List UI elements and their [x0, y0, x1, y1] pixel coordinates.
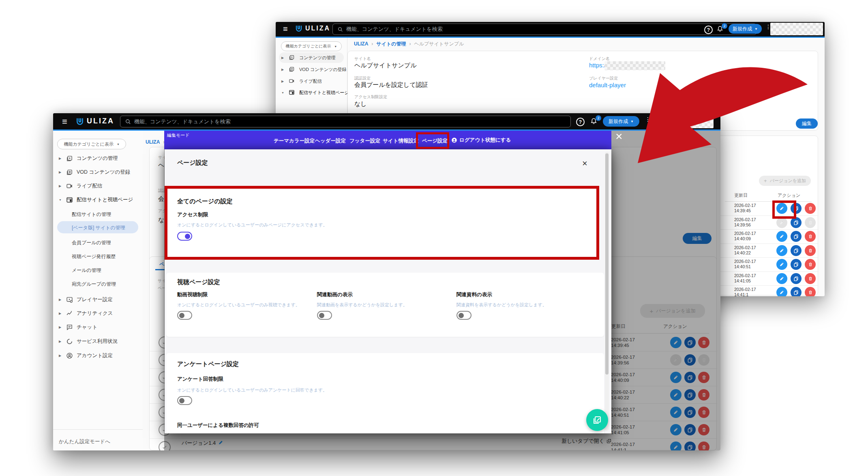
- actions-column-header: アクション: [778, 192, 800, 198]
- edit-version-button[interactable]: [776, 231, 787, 242]
- duplicate-version-button[interactable]: [791, 273, 802, 284]
- chevron-right-icon: ▶: [281, 56, 285, 60]
- sidebar-subitem-page-history[interactable]: 視聴ページ発行履歴: [72, 253, 116, 260]
- breadcrumb-section[interactable]: サイトの管理: [376, 41, 406, 47]
- annotation-box-all-pages-section: 全てのページの設定 アクセス制限 オンにするとログインしているユーザーのみページ…: [165, 186, 599, 260]
- sidebar-item-site-pages[interactable]: ▼ 配信サイトと視聴ページ: [281, 89, 349, 96]
- video-restriction-toggle[interactable]: [177, 311, 192, 320]
- edit-version-button[interactable]: [776, 259, 787, 270]
- menu-icon[interactable]: ≡: [62, 116, 67, 127]
- sidebar-subitem-distribution-sites[interactable]: 配信サイトの管理: [72, 211, 111, 218]
- global-search-input[interactable]: 機能、コンテンツ、ドキュメントを検索: [120, 116, 571, 127]
- sidebar-item-analytics[interactable]: ▶ アナリティクス: [59, 310, 113, 317]
- sidebar-item-content-management[interactable]: ▶ コンテンツの管理: [281, 54, 336, 61]
- modal-scrollbar-thumb[interactable]: [605, 153, 609, 375]
- sidebar-subitem-beta-site-management[interactable]: [ベータ版] サイトの管理: [72, 224, 125, 231]
- uliza-logo: ULIZA: [76, 117, 114, 125]
- tab-header-settings[interactable]: ヘッダー設定: [315, 138, 346, 144]
- delete-version-button[interactable]: [805, 287, 816, 296]
- delete-version-button[interactable]: [805, 245, 816, 256]
- related-videos-toggle[interactable]: [317, 311, 332, 320]
- search-placeholder: 機能、コンテンツ、ドキュメントを検索: [346, 26, 443, 33]
- plus-icon: +: [764, 178, 767, 184]
- duplicate-version-button[interactable]: [791, 203, 802, 214]
- survey-page-card: アンケートページ設定 アンケート回答制限 オンにするとログインしているユーザーの…: [166, 353, 604, 433]
- help-icon[interactable]: ?: [576, 118, 585, 126]
- create-new-button[interactable]: 新規作成▼: [603, 116, 639, 127]
- edit-version-button[interactable]: [776, 203, 787, 214]
- edit-fab-button[interactable]: [586, 409, 608, 431]
- sidebar-item-content-management[interactable]: ▶ コンテンツの管理: [59, 155, 118, 162]
- tab-site-info-settings[interactable]: サイト情報設定: [383, 138, 418, 144]
- add-version-button[interactable]: +バージョンを追加: [759, 176, 811, 186]
- all-pages-title: 全てのページの設定: [177, 198, 233, 205]
- tab-theme-color[interactable]: テーマカラー設定: [274, 138, 315, 144]
- category-filter-dropdown[interactable]: 機能カテゴリごとに表示▼: [281, 41, 342, 51]
- edit-version-button[interactable]: [776, 287, 787, 296]
- sidebar-item-site-pages[interactable]: ▼ 配信サイトと視聴ページ: [59, 196, 133, 203]
- sidebar-item-service-usage[interactable]: ▶ サービス利用状況: [59, 338, 118, 345]
- sidebar-item-live[interactable]: ▶ ライブ配信: [281, 78, 322, 85]
- access-restriction-toggle[interactable]: [177, 232, 192, 241]
- analytics-icon: [66, 310, 73, 317]
- sidebar-item-account-settings[interactable]: ▶ アカウント設定: [59, 352, 113, 359]
- help-icon[interactable]: ?: [704, 26, 713, 34]
- delete-version-button[interactable]: [805, 231, 816, 242]
- close-edit-overlay-icon[interactable]: ×: [615, 131, 623, 141]
- tab-page-settings[interactable]: ページ設定: [422, 138, 448, 144]
- view-page-card: 視聴ページ設定 動画視聴制限 オンにするとログインしているユーザーのみ視聴できま…: [166, 273, 604, 337]
- sidebar-item-vod-register[interactable]: ▶ VOD コンテンツの登録: [281, 66, 346, 73]
- uliza-logo-icon: [76, 117, 84, 125]
- chevron-right-icon: ▶: [59, 354, 62, 358]
- menu-icon[interactable]: ≡: [283, 24, 288, 34]
- chevron-down-icon: ▼: [117, 143, 120, 146]
- edit-version-button[interactable]: [776, 273, 787, 284]
- easy-mode-link[interactable]: かんたん設定モードへ: [59, 438, 110, 445]
- notification-badge: 2: [596, 115, 601, 121]
- account-area-redacted[interactable]: [770, 23, 823, 35]
- content-icon: [66, 155, 73, 162]
- duplicate-version-button[interactable]: [791, 287, 802, 296]
- duplicate-version-button[interactable]: [791, 231, 802, 242]
- search-icon: [338, 27, 343, 32]
- edit-version-button[interactable]: [776, 217, 787, 228]
- related-videos-desc: 関連動画を表示するかどうかを設定します。: [317, 302, 407, 308]
- delete-version-button[interactable]: [805, 259, 816, 270]
- header-accent-line: [276, 37, 825, 38]
- site-name-value: ヘルプサイトサンプル: [354, 62, 417, 69]
- survey-restriction-toggle[interactable]: [177, 396, 192, 405]
- view-page-title: 視聴ページ設定: [177, 278, 220, 286]
- chevron-right-icon: ▶: [59, 298, 62, 302]
- player-link[interactable]: default-player: [589, 82, 626, 88]
- sidebar-subitem-recipient-groups[interactable]: 宛先グループの管理: [72, 281, 116, 288]
- duplicate-version-button[interactable]: [791, 245, 802, 256]
- sidebar-item-chat[interactable]: ▶ チャット: [59, 324, 97, 331]
- breadcrumb-root[interactable]: ULIZA: [354, 41, 368, 47]
- tab-footer-settings[interactable]: フッター設定: [349, 138, 380, 144]
- create-new-button[interactable]: 新規作成▼: [729, 24, 762, 34]
- sidebar-item-player-settings[interactable]: ▶ プレイヤー設定: [59, 296, 113, 303]
- duplicate-version-button[interactable]: [791, 259, 802, 270]
- duplicate-version-button[interactable]: [791, 217, 802, 228]
- chevron-right-icon: ▶: [59, 312, 62, 315]
- site-name-label: サイト名: [354, 56, 371, 62]
- delete-version-button[interactable]: [805, 217, 816, 228]
- global-search-input[interactable]: 機能、コンテンツ、ドキュメントを検索: [332, 24, 757, 35]
- sidebar-item-live[interactable]: ▶ ライブ配信: [59, 183, 102, 190]
- video-restriction-label: 動画視聴制限: [177, 291, 208, 298]
- account-area-redacted[interactable]: [665, 115, 714, 128]
- related-docs-toggle[interactable]: [457, 311, 472, 320]
- sidebar-item-vod-register[interactable]: ▶ VOD コンテンツの登録: [59, 169, 130, 176]
- kebab-menu-icon[interactable]: ⋮: [645, 118, 651, 121]
- delete-version-button[interactable]: [805, 203, 816, 214]
- delete-version-button[interactable]: [805, 273, 816, 284]
- category-filter-dropdown[interactable]: 機能カテゴリごとに表示▼: [57, 139, 126, 149]
- edit-site-button[interactable]: 編集: [796, 118, 818, 129]
- tab-logout-state[interactable]: ログアウト状態にする: [451, 137, 511, 144]
- close-modal-icon[interactable]: ×: [582, 160, 587, 167]
- sidebar-subitem-member-pool[interactable]: 会員プールの管理: [72, 239, 111, 246]
- breadcrumb-root[interactable]: ULIZA: [146, 139, 160, 145]
- vod-icon: [66, 169, 73, 176]
- edit-version-button[interactable]: [776, 245, 787, 256]
- sidebar-subitem-mail[interactable]: メールの管理: [72, 267, 101, 274]
